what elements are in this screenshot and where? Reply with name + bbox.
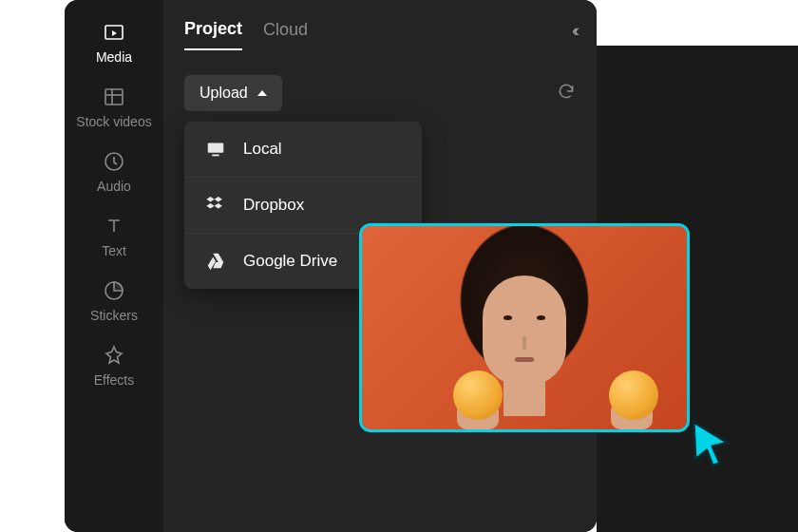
media-icon xyxy=(103,21,125,44)
upload-button[interactable]: Upload xyxy=(184,75,282,111)
stock-videos-icon xyxy=(103,86,125,108)
upload-option-label: Local xyxy=(243,140,282,159)
svg-rect-1 xyxy=(105,89,123,104)
cursor-icon xyxy=(690,418,732,467)
sidebar-item-audio[interactable]: Audio xyxy=(97,150,131,194)
dropbox-icon xyxy=(205,195,226,216)
sidebar-item-label: Text xyxy=(102,243,126,258)
audio-icon xyxy=(103,150,125,173)
text-icon xyxy=(103,215,125,238)
effects-icon xyxy=(103,344,125,367)
sidebar-item-stickers[interactable]: Stickers xyxy=(90,279,138,323)
chevron-up-icon xyxy=(257,90,267,96)
sidebar-item-effects[interactable]: Effects xyxy=(94,344,135,388)
svg-rect-6 xyxy=(208,143,224,153)
sidebar-item-label: Media xyxy=(96,49,132,65)
tab-cloud[interactable]: Cloud xyxy=(263,20,308,49)
sidebar-item-media[interactable]: Media xyxy=(96,21,132,65)
sidebar-item-label: Stock videos xyxy=(76,114,151,129)
upload-option-local[interactable]: Local xyxy=(184,122,422,177)
upload-row: Upload xyxy=(184,75,576,111)
preview-image xyxy=(362,226,687,429)
tab-project[interactable]: Project xyxy=(184,19,242,50)
upload-button-label: Upload xyxy=(200,85,248,102)
sidebar-item-label: Audio xyxy=(97,179,131,194)
sidebar-item-text[interactable]: Text xyxy=(102,215,126,258)
sidebar-item-label: Stickers xyxy=(90,308,138,323)
collapse-panel-icon[interactable]: ‹‹ xyxy=(572,21,576,41)
svg-rect-7 xyxy=(212,155,218,157)
sidebar-item-label: Effects xyxy=(94,372,135,388)
refresh-icon[interactable] xyxy=(557,82,576,104)
stickers-icon xyxy=(103,279,125,302)
upload-option-label: Google Drive xyxy=(243,252,337,271)
panel-tabs: Project Cloud ‹‹ xyxy=(184,19,576,50)
sidebar: Media Stock videos Audio Text Stickers xyxy=(65,0,163,532)
google-drive-icon xyxy=(205,251,226,272)
media-preview-thumbnail[interactable] xyxy=(359,223,690,432)
monitor-icon xyxy=(205,139,226,160)
sidebar-item-stock-videos[interactable]: Stock videos xyxy=(76,86,151,129)
upload-option-label: Dropbox xyxy=(243,196,304,215)
